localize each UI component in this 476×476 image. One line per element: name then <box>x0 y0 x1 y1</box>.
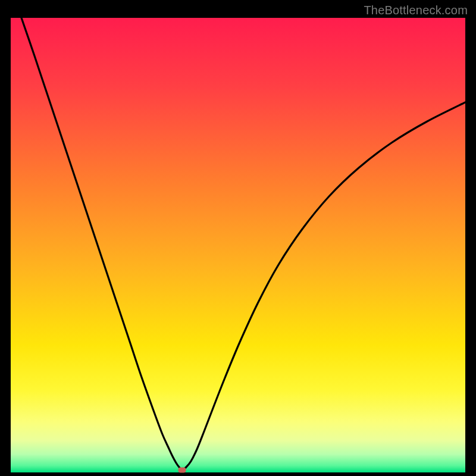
bottleneck-curve <box>11 18 465 472</box>
plot-area <box>11 18 465 472</box>
chart-frame <box>11 18 465 472</box>
optimal-point-marker <box>178 468 186 473</box>
watermark-text: TheBottleneck.com <box>364 4 468 17</box>
